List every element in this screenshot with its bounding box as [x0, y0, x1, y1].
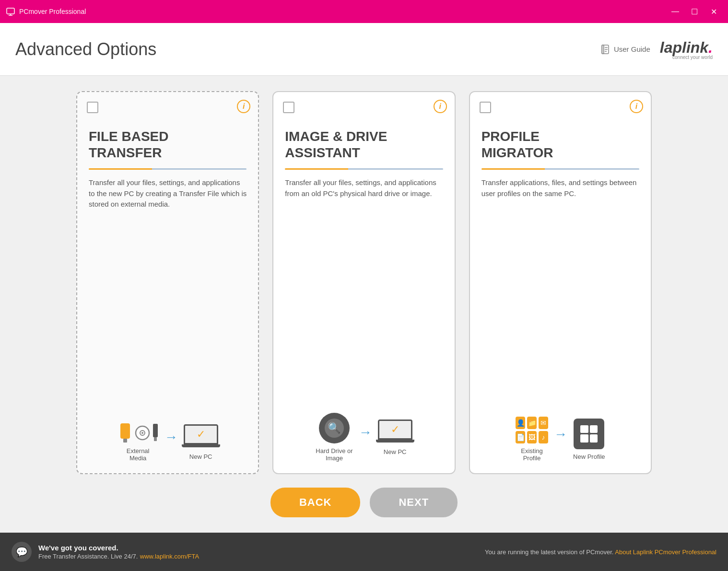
close-button[interactable]: ✕: [705, 5, 722, 18]
hdd-icon: 🔍: [319, 413, 350, 443]
profile-cell-folder: 📁: [527, 417, 537, 429]
laptop-dest-icon: ✓: [184, 424, 218, 449]
buttons-container: BACK NEXT: [270, 488, 458, 517]
win-cell-4: [590, 434, 598, 443]
book-icon: [600, 44, 611, 55]
main-content: i FILE BASEDTRANSFER Transfer all your f…: [0, 76, 728, 533]
minimize-button[interactable]: —: [667, 5, 684, 18]
card-file-based-checkbox[interactable]: [87, 102, 98, 113]
card-profile-migrator-description: Transfer applications, files, and settin…: [481, 177, 639, 397]
profile-cell-user: 👤: [516, 417, 525, 429]
windows-icon: [574, 419, 604, 449]
profile-cell-email: ✉: [539, 417, 548, 429]
footer-text: We've got you covered. Free Transfer Ass…: [38, 544, 199, 560]
footer-small-row: Free Transfer Assistance. Live 24/7. www…: [38, 552, 199, 560]
illus-laptop2-item: ✓ New PC: [378, 420, 412, 455]
maximize-button[interactable]: ☐: [686, 5, 703, 18]
chat-icon: 💬: [12, 542, 32, 562]
card-file-based[interactable]: i FILE BASEDTRANSFER Transfer all your f…: [76, 91, 259, 474]
source-label: ExternalMedia: [127, 447, 150, 462]
profile-cell-music: ♪: [539, 431, 548, 443]
win-cell-2: [590, 425, 598, 433]
titlebar-left: PCmover Professional: [6, 7, 86, 16]
footer-fta-link[interactable]: www.laplink.com/FTA: [140, 553, 199, 560]
usb-drive-icon: [117, 422, 133, 443]
card-image-drive-description: Transfer all your files, settings, and a…: [285, 177, 443, 394]
header-right: User Guide laplink. connect your world: [600, 39, 713, 60]
card-profile-migrator-title: PROFILEMIGRATOR: [481, 128, 639, 161]
card-file-based-illustration: ExternalMedia → ✓ New PC: [89, 415, 247, 462]
dest-label: New PC: [189, 453, 212, 460]
card-profile-migrator[interactable]: i PROFILEMIGRATOR Transfer applications,…: [469, 91, 652, 474]
cd-icon: [135, 425, 150, 441]
laplink-logo: laplink.: [660, 39, 713, 57]
arrow-icon: →: [164, 430, 178, 445]
back-button[interactable]: BACK: [270, 488, 361, 517]
arrow-icon-3: →: [554, 427, 567, 442]
footer: 💬 We've got you covered. Free Transfer A…: [0, 533, 728, 571]
cards-container: i FILE BASEDTRANSFER Transfer all your f…: [76, 91, 652, 474]
footer-bold-text: We've got you covered.: [38, 544, 199, 552]
footer-right: You are running the latest version of PC…: [485, 548, 716, 556]
card-file-based-info[interactable]: i: [237, 100, 250, 113]
profile-cell-photo: 🖼: [527, 431, 537, 443]
hdd-source-label: Hard Drive orImage: [316, 447, 352, 462]
user-guide-link[interactable]: User Guide: [600, 44, 650, 55]
windows-logo: [580, 425, 598, 443]
footer-small-text: Free Transfer Assistance. Live 24/7.: [38, 553, 138, 560]
page-title: Advanced Options: [15, 39, 156, 59]
card-image-drive-info[interactable]: i: [434, 100, 447, 113]
laplink-logo-container: laplink. connect your world: [660, 39, 713, 60]
profile-cell-doc: 📄: [516, 431, 525, 443]
profile-grid-icon: 👤 📁 ✉ 📄 🖼 ♪: [516, 417, 548, 443]
illus-windows-item: New Profile: [573, 419, 605, 460]
laptop2-dest-label: New PC: [384, 448, 407, 455]
card-profile-migrator-checkbox[interactable]: [480, 102, 491, 113]
svg-rect-0: [7, 8, 14, 14]
arrow-icon-2: →: [359, 425, 372, 440]
card-file-based-divider: [89, 168, 247, 170]
header: Advanced Options User Guide laplink. con…: [0, 23, 728, 76]
footer-about-link[interactable]: About Laplink PCmover Professional: [615, 548, 716, 556]
card-file-based-description: Transfer all your files, settings, and a…: [89, 177, 247, 403]
app-title: PCmover Professional: [19, 8, 86, 15]
svg-point-12: [141, 432, 143, 434]
app-icon: [6, 7, 15, 16]
user-guide-label: User Guide: [614, 45, 650, 53]
card-image-drive-checkbox[interactable]: [283, 102, 294, 113]
illus-dest-item: ✓ New PC: [184, 424, 218, 460]
usb-stick-icon: [152, 424, 159, 442]
illus-hdd-item: 🔍 Hard Drive orImage: [316, 413, 352, 462]
card-image-drive-illustration: 🔍 Hard Drive orImage → ✓: [285, 405, 443, 462]
svg-rect-13: [153, 424, 158, 437]
card-image-drive-divider: [285, 168, 443, 170]
next-button[interactable]: NEXT: [370, 488, 458, 517]
card-profile-migrator-divider: [481, 168, 639, 170]
profile-source-label: ExistingProfile: [521, 447, 543, 462]
profile-dest-label: New Profile: [573, 453, 605, 460]
footer-version-text: You are running the latest version of PC…: [485, 548, 613, 556]
check-icon: ✓: [197, 428, 205, 441]
illus-source-item: ExternalMedia: [117, 422, 159, 462]
svg-rect-8: [120, 423, 130, 439]
win-cell-1: [580, 425, 588, 433]
win-cell-3: [580, 434, 588, 443]
footer-left: 💬 We've got you covered. Free Transfer A…: [12, 542, 199, 562]
titlebar: PCmover Professional — ☐ ✕: [0, 0, 728, 23]
card-profile-migrator-info[interactable]: i: [630, 100, 643, 113]
external-media-icon: [117, 422, 159, 443]
card-profile-migrator-illustration: 👤 📁 ✉ 📄 🖼 ♪ ExistingProfile →: [481, 409, 639, 462]
titlebar-controls: — ☐ ✕: [667, 5, 722, 18]
check-icon-2: ✓: [391, 423, 399, 436]
card-image-drive-title: IMAGE & DRIVEASSISTANT: [285, 128, 443, 161]
card-image-drive[interactable]: i IMAGE & DRIVEASSISTANT Transfer all yo…: [272, 91, 455, 474]
laptop2-dest-icon: ✓: [378, 420, 412, 444]
illus-profile-item: 👤 📁 ✉ 📄 🖼 ♪ ExistingProfile: [516, 417, 548, 462]
svg-rect-4: [602, 45, 604, 54]
card-file-based-title: FILE BASEDTRANSFER: [89, 128, 247, 161]
svg-rect-9: [123, 439, 127, 443]
svg-rect-14: [154, 437, 157, 441]
search-icon: 🔍: [328, 422, 341, 434]
